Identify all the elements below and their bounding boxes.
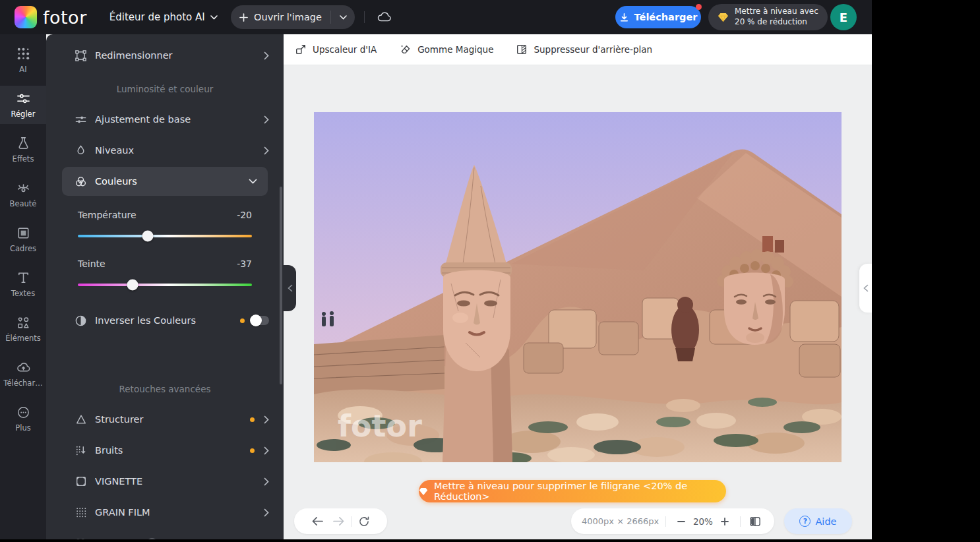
download-icon	[619, 13, 629, 22]
tool-bg-remover[interactable]: Suppresseur d'arrière-plan	[516, 44, 652, 55]
rail-label: Textes	[11, 289, 35, 298]
chevron-down-icon	[340, 15, 347, 20]
temperature-slider-handle[interactable]	[142, 231, 154, 242]
adjust-panel: Redimensionner Luminosité et couleur Aju…	[46, 34, 284, 539]
right-panel-expand-tab[interactable]	[859, 264, 872, 313]
download-label: Télécharger	[634, 12, 698, 22]
open-image-main[interactable]: Ouvrir l'image	[231, 12, 330, 22]
question-circle-icon: ?	[799, 516, 811, 527]
cloud-upload-icon	[16, 360, 31, 375]
panel-item-label: Bruits	[95, 445, 250, 456]
basic-adjust-icon	[75, 113, 87, 126]
rail-label: Plus	[15, 423, 30, 433]
photo-scene: fotor	[314, 112, 842, 462]
section-header-advanced: Retouches avancées	[46, 384, 284, 394]
open-image-dropdown[interactable]	[331, 15, 355, 20]
panel-item-label: Couleurs	[95, 176, 249, 187]
cloud-icon	[376, 9, 392, 25]
rail-item-adjust[interactable]: Régler	[0, 86, 46, 124]
help-badge-icon[interactable]: ?	[146, 538, 158, 540]
upgrade-button[interactable]: Mettre à niveau avec 20 % de réduction	[708, 4, 828, 30]
gem-icon	[419, 487, 428, 496]
grain-icon	[75, 506, 87, 519]
panel-item-invert-colors[interactable]: Inverser les Couleurs	[46, 306, 284, 335]
rail-item-text[interactable]: Textes	[0, 265, 46, 303]
rail-item-frames[interactable]: Cadres	[0, 220, 46, 258]
temperature-slider-track[interactable]	[78, 235, 252, 237]
chevron-right-icon	[264, 51, 269, 60]
panel-item-resize[interactable]: Redimensionner	[46, 41, 284, 70]
panel-item-label: GRAIN FILM	[95, 507, 264, 518]
zoom-out-button[interactable]	[673, 513, 689, 530]
tool-rail: AI Régler Effets Beauté Cadres Textes Él…	[0, 34, 46, 539]
invert-icon	[75, 315, 87, 327]
ai-grid-icon	[16, 46, 31, 61]
reset-button[interactable]	[355, 513, 373, 530]
panel-item-label: Redimensionner	[95, 50, 264, 61]
app-window: fotor Éditeur de photo AI Ouvrir l'image…	[0, 0, 872, 539]
fotor-logo-text: fotor	[43, 7, 87, 28]
panel-item-levels[interactable]: Niveaux	[46, 136, 284, 165]
tint-slider-track[interactable]	[78, 284, 252, 286]
rail-label: Beauté	[10, 199, 37, 208]
panel-scrollbar[interactable]	[280, 187, 282, 384]
zoom-in-button[interactable]	[716, 513, 733, 530]
zoom-controls: 4000px × 2666px 20%	[571, 508, 774, 534]
temperature-label: Température	[78, 210, 137, 220]
screen: fotor Éditeur de photo AI Ouvrir l'image…	[0, 0, 980, 542]
canvas-toolbar: Upscaleur d'IA Gomme Magique Suppresseur…	[284, 34, 872, 65]
notification-dot	[696, 4, 702, 10]
panel-item-label: Mosaïque	[95, 538, 140, 539]
compare-button[interactable]	[747, 513, 764, 530]
panel-item-basic-adjust[interactable]: Ajustement de base	[46, 105, 284, 134]
rail-item-beauty[interactable]: Beauté	[0, 175, 46, 214]
toggle-knob	[250, 315, 262, 326]
panel-item-label: Niveaux	[95, 145, 264, 156]
rail-label: Régler	[11, 109, 36, 119]
rail-item-more[interactable]: Plus	[0, 400, 46, 438]
tool-magic-eraser[interactable]: Gomme Magique	[399, 44, 493, 55]
photo-canvas[interactable]: fotor	[314, 112, 842, 462]
panel-item-noise[interactable]: Bruits	[46, 436, 284, 465]
chevron-down-icon	[249, 179, 257, 184]
tint-slider-handle[interactable]	[127, 280, 138, 291]
panel-item-structure[interactable]: Structurer	[46, 405, 284, 434]
chevron-right-icon	[264, 539, 269, 540]
remove-watermark-upgrade-button[interactable]: Mettre à niveau pour supprimer le filigr…	[419, 480, 726, 502]
panel-item-mosaic[interactable]: Mosaïque ?	[46, 529, 284, 539]
invert-colors-toggle[interactable]	[251, 316, 269, 325]
fotor-logo[interactable]: fotor	[15, 6, 87, 28]
chevron-right-icon	[264, 146, 269, 155]
arrow-left-icon	[311, 516, 324, 526]
download-button[interactable]: Télécharger	[615, 6, 701, 28]
tool-ai-upscaler[interactable]: Upscaleur d'IA	[295, 44, 377, 55]
gem-icon	[718, 13, 729, 22]
tint-label: Teinte	[78, 258, 106, 269]
eye-icon	[16, 181, 31, 196]
help-button[interactable]: ? Aide	[784, 508, 852, 534]
more-icon	[16, 405, 31, 420]
cloud-save-button[interactable]	[376, 9, 392, 28]
rail-item-upload[interactable]: Téléchar…	[0, 355, 46, 393]
panel-item-grain[interactable]: GRAIN FILM	[46, 498, 284, 527]
rail-item-elements[interactable]: Éléments	[0, 310, 46, 348]
premium-dot	[250, 448, 255, 453]
rail-item-effects[interactable]: Effets	[0, 131, 46, 169]
chevron-right-icon	[264, 115, 269, 124]
redo-button[interactable]	[330, 513, 347, 530]
zoom-level: 20%	[690, 516, 717, 527]
text-icon	[16, 270, 31, 286]
editor-menu[interactable]: Éditeur de photo AI	[109, 11, 218, 23]
rail-label: Effets	[13, 154, 34, 164]
panel-item-vignette[interactable]: VIGNETTE	[46, 467, 284, 496]
panel-item-label: Inverser les Couleurs	[95, 315, 240, 326]
premium-dot	[240, 318, 245, 323]
rail-item-ai[interactable]: AI	[0, 41, 46, 79]
temperature-slider-header: Température -20	[78, 210, 252, 220]
chevron-right-icon	[264, 415, 269, 424]
avatar[interactable]: E	[830, 4, 857, 30]
undo-button[interactable]	[309, 513, 326, 530]
rail-label: AI	[19, 65, 26, 74]
panel-collapse-tab[interactable]	[284, 265, 296, 311]
panel-item-colors-selected[interactable]: Couleurs	[62, 167, 268, 196]
